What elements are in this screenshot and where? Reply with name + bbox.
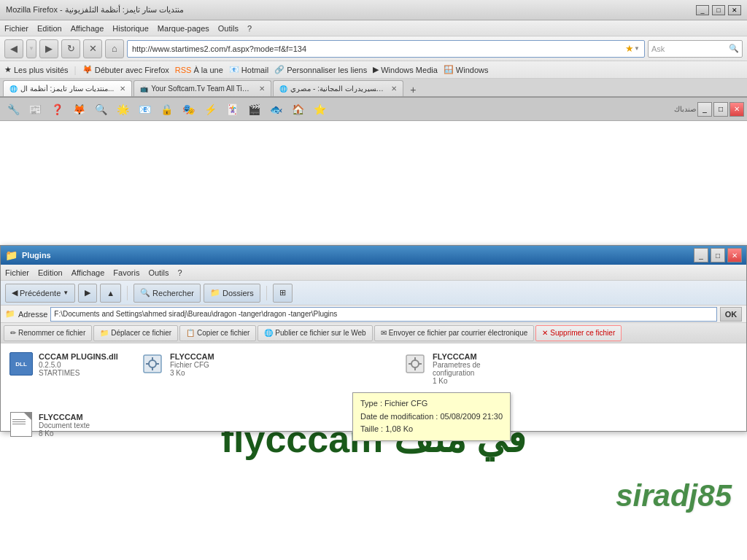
toolbar-icon-1[interactable]: 🔧 xyxy=(3,99,23,120)
toolbar-icon-5[interactable]: 🔍 xyxy=(90,99,111,120)
back-dropdown[interactable]: ▼ xyxy=(26,39,36,58)
toolbar-icon-13[interactable]: 🐟 xyxy=(266,99,286,120)
toolbar-icon-15[interactable]: ⭐ xyxy=(309,99,330,120)
email-icon: ✉ xyxy=(381,329,387,337)
file-type: Parametres de configuration xyxy=(433,361,513,377)
explorer-close-button[interactable]: ✕ xyxy=(727,248,742,262)
publish-button[interactable]: 🌐 Publier ce fichier sur le Web xyxy=(258,325,372,341)
back-button[interactable]: ◀ xyxy=(4,39,23,58)
stop-button[interactable]: ✕ xyxy=(83,39,102,58)
bookmark-hotmail[interactable]: 📧 Hotmail xyxy=(229,65,268,74)
file-item-flycccam-params[interactable]: FLYCCCAM Parametres de configuration 1 K… xyxy=(403,352,513,385)
bookmark-label: À la une xyxy=(193,66,222,74)
forward-button[interactable]: ▶ xyxy=(39,39,58,58)
explorer-minimize-button[interactable]: _ xyxy=(694,248,708,262)
tab-2[interactable]: 📺 Your Softcam.Tv Team All Times U... ✕ xyxy=(133,80,271,96)
menu-outils[interactable]: Outils xyxy=(218,24,239,33)
toolbar-icon-14[interactable]: 🏠 xyxy=(287,99,308,120)
toolbar-close-button[interactable]: ✕ xyxy=(729,102,744,117)
window-controls: _ □ ✕ xyxy=(696,5,741,15)
windows-icon: 🪟 xyxy=(444,65,454,74)
search-button[interactable]: 🔍 Rechercher xyxy=(133,284,201,303)
delete-label: Supprimer ce fichier xyxy=(550,329,615,337)
file-name: FLYCCCAM xyxy=(39,413,90,421)
explorer-titlebar: 📁 Plugins _ □ ✕ xyxy=(1,246,746,265)
forward-button[interactable]: ▶ xyxy=(78,284,97,303)
toolbar-icon-7[interactable]: 📧 xyxy=(134,99,155,120)
toolbar-icon-8[interactable]: 🔒 xyxy=(156,99,177,120)
exp-menu-edition[interactable]: Edition xyxy=(38,268,63,277)
email-button[interactable]: ✉ Envoyer ce fichier par courrier électr… xyxy=(374,325,535,341)
exp-menu-affichage[interactable]: Affichage xyxy=(71,268,105,277)
close-button[interactable]: ✕ xyxy=(728,5,741,15)
view-button[interactable]: ⊞ xyxy=(273,284,293,303)
menu-affichage[interactable]: Affichage xyxy=(71,24,104,33)
menu-fichier[interactable]: Fichier xyxy=(4,24,28,33)
folders-button[interactable]: 📁 Dossiers xyxy=(204,284,260,303)
bookmark-windows[interactable]: 🪟 Windows xyxy=(444,65,489,74)
bookmarks-bar: ★ Les plus visités | 🦊 Débuter avec Fire… xyxy=(0,61,747,79)
bookmark-a-la-une[interactable]: RSS À la une xyxy=(175,66,223,74)
address-path[interactable]: F:\Documents and Settings\ahmed siradj\B… xyxy=(50,307,717,322)
navigation-bar: ◀ ▼ ▶ ↻ ✕ ⌂ http://www.startimes2.com/f.… xyxy=(0,36,747,61)
rename-label: Renommer ce fichier xyxy=(18,329,85,337)
tab-3[interactable]: 🌐 قسم السيريدرات المجانية: - مصري... ✕ xyxy=(273,80,403,96)
bookmark-firefox[interactable]: 🦊 Débuter avec Firefox xyxy=(82,65,169,74)
address-bar[interactable]: http://www.startimes2.com/f.aspx?mode=f&… xyxy=(127,40,645,58)
up-button[interactable]: ▲ xyxy=(100,284,121,303)
minimize-button[interactable]: _ xyxy=(696,5,709,15)
copy-button[interactable]: 📋 Copier ce fichier xyxy=(179,325,256,341)
maximize-button[interactable]: □ xyxy=(712,5,725,15)
tab-1-close[interactable]: ✕ xyxy=(120,85,125,93)
toolbar-maximize-button[interactable]: □ xyxy=(713,102,728,117)
toolbar-icon-3[interactable]: ❓ xyxy=(47,99,67,120)
watermark: siradj85 xyxy=(616,478,732,513)
search-bar[interactable]: Ask 🔍 xyxy=(648,40,743,58)
add-tab-button[interactable]: + xyxy=(406,83,419,96)
exp-menu-fichier[interactable]: Fichier xyxy=(5,268,29,277)
file-item-cccam-dll[interactable]: DLL CCCAM PLUGINS.dll 0.2.5.0 STARTIMES xyxy=(9,352,119,377)
tab-2-close[interactable]: ✕ xyxy=(259,85,265,93)
explorer-maximize-button[interactable]: □ xyxy=(711,248,725,262)
menu-marque-pages[interactable]: Marque-pages xyxy=(158,24,209,33)
bookmark-star-icon[interactable]: ★ xyxy=(625,43,634,54)
file-item-flycccam-txt[interactable]: FLYCCCAM Document texte 8 Ko xyxy=(9,413,119,438)
toolbar-icon-9[interactable]: 🎭 xyxy=(178,99,198,120)
file-name: FLYCCCAM xyxy=(170,352,214,361)
tab-3-close[interactable]: ✕ xyxy=(391,85,397,93)
toolbar-icon-12[interactable]: 🎬 xyxy=(244,99,264,120)
exp-menu-favoris[interactable]: Favoris xyxy=(113,268,139,277)
delete-button[interactable]: ✕ Supprimer ce fichier xyxy=(535,325,622,341)
exp-menu-outils[interactable]: Outils xyxy=(148,268,169,277)
refresh-button[interactable]: ↻ xyxy=(61,39,80,58)
tooltip-size: Taille : 1,08 Ko xyxy=(360,423,503,436)
toolbar-icon-11[interactable]: 🃏 xyxy=(222,99,242,120)
tab-1[interactable]: 🌐 منتديات ستار تايمز: أنظمة ال... ✕ xyxy=(3,80,132,96)
menu-edition[interactable]: Edition xyxy=(37,24,62,33)
file-area: DLL CCCAM PLUGINS.dll 0.2.5.0 STARTIMES xyxy=(1,343,746,431)
exp-menu-help[interactable]: ? xyxy=(178,268,182,277)
address-dropdown-icon[interactable]: ▼ xyxy=(634,45,640,52)
move-button[interactable]: 📁 Déplacer ce fichier xyxy=(93,325,178,341)
bookmark-personnaliser[interactable]: 🔗 Personnaliser les liens xyxy=(274,65,367,74)
rename-button[interactable]: ✏ Renommer ce fichier xyxy=(4,325,92,341)
menu-historique[interactable]: Historique xyxy=(112,24,149,33)
hotmail-icon: 📧 xyxy=(229,65,239,74)
tab-1-label: منتديات ستار تايمز: أنظمة ال... xyxy=(20,85,114,93)
address-go-button[interactable]: OK xyxy=(720,307,742,322)
toolbar-icon-2[interactable]: 📰 xyxy=(25,99,45,120)
browser-content: 📁 Plugins _ □ ✕ Fichier Edition Affichag… xyxy=(0,121,747,478)
toolbar-icon-10[interactable]: ⚡ xyxy=(200,99,220,120)
bookmark-label: Hotmail xyxy=(241,66,268,74)
toolbar-icon-6[interactable]: 🌟 xyxy=(112,99,133,120)
file-item-flycccam-cfg[interactable]: FLYCCCAM Fichier CFG 3 Ko Type : Fichier… xyxy=(141,352,250,377)
search-icon[interactable]: 🔍 xyxy=(729,44,739,53)
toolbar-minimize-button[interactable]: _ xyxy=(697,102,712,117)
menu-help[interactable]: ? xyxy=(247,24,252,33)
home-button[interactable]: ⌂ xyxy=(105,39,124,58)
bookmark-windows-media[interactable]: ▶ Windows Media xyxy=(373,65,438,74)
back-button[interactable]: ◀ Précédente ▼ xyxy=(5,284,75,303)
toolbar-icon-4[interactable]: 🦊 xyxy=(69,99,89,120)
back-dropdown-icon[interactable]: ▼ xyxy=(63,289,69,296)
bookmark-les-plus-visites[interactable]: ★ Les plus visités xyxy=(4,65,69,74)
